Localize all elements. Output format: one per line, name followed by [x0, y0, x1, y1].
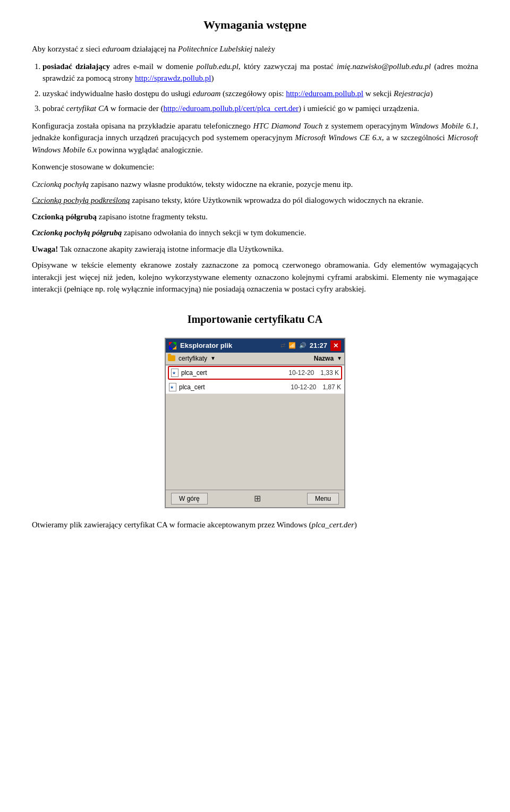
- elements-paragraph: Opisywane w tekście elementy ekranowe zo…: [32, 259, 478, 295]
- convention-warning: Uwaga! Tak oznaczone akapity zawierają i…: [32, 243, 478, 255]
- convention-italic-label: Czcionką pochyłą: [32, 180, 89, 189]
- intro-text: Aby korzystać z sieci: [32, 45, 102, 53]
- conventions-block: Czcionką pochyłą zapisano nazwy własne p…: [32, 178, 478, 255]
- sort-icon: ▼: [337, 354, 342, 362]
- file-icon-2: [169, 383, 176, 391]
- folder-icon: [168, 355, 175, 361]
- grid-icon: ⊞: [254, 492, 261, 505]
- file-date-2: 10-12-20: [291, 382, 316, 392]
- volume-icon: 🔊: [299, 341, 307, 350]
- intro-rest: działającej na: [130, 45, 178, 53]
- file-name-2: plca_cert: [179, 382, 291, 392]
- bottom-caption-italic: plca_cert.der: [311, 520, 354, 529]
- item2-text1: uzyskać indywidualne hasło dostępu do us…: [42, 89, 192, 98]
- config-italic3: Microsoft Windows CE 6.x: [295, 133, 381, 142]
- convention-warning-label: Uwaga!: [32, 245, 58, 253]
- item2-italic2: Rejestracja: [394, 89, 430, 98]
- file-size-2: 1,87 K: [322, 382, 341, 392]
- item1-italic1: pollub.edu.pl: [197, 62, 239, 71]
- titlebar-icons: ⇄ 📶 🔊 21:27 ✕: [280, 340, 341, 351]
- convention-bold-italic: Czcionką pochyłą półgrubą zapisano odwoł…: [32, 227, 478, 239]
- folder-toolbar: certyfikaty ▼ Nazwa ▼: [166, 353, 344, 365]
- antenna-icon: 📶: [288, 341, 296, 350]
- item2-link1[interactable]: http://eduroam.pollub.pl: [286, 89, 363, 98]
- item1-link1[interactable]: http://sprawdz.pollub.pl: [135, 74, 211, 82]
- phone-screen: Eksplorator plik ⇄ 📶 🔊 21:27 ✕ certyfika…: [165, 338, 345, 508]
- bottom-bar: W górę ⊞ Menu: [166, 490, 344, 507]
- windows-logo-icon: [169, 342, 176, 349]
- config-text1: Konfiguracja została opisana na przykład…: [32, 122, 253, 130]
- col-header-name: Nazwa: [314, 354, 334, 363]
- conventions-header: Konwencje stosowane w dokumencie:: [32, 161, 478, 173]
- config-text4: , a w szczególności: [382, 133, 448, 142]
- file-row-2[interactable]: plca_cert 10-12-20 1,87 K: [166, 381, 344, 394]
- list-item: posiadać działający adres e-mail w domen…: [42, 61, 478, 84]
- dropdown-arrow-icon: ▼: [210, 354, 216, 362]
- convention-bold: Czcionką półgrubą zapisano istotne fragm…: [32, 211, 478, 223]
- config-italic1: HTC Diamond Touch: [253, 122, 323, 130]
- import-title: Importowanie certyfikatu CA: [32, 311, 478, 327]
- convention-italic-underline: Czcionką pochyłą podkreśloną zapisano te…: [32, 194, 478, 207]
- file-size-1: 1,33 K: [320, 368, 339, 378]
- config-paragraph: Konfiguracja została opisana na przykład…: [32, 120, 478, 156]
- convention-italic-underline-rest: zapisano teksty, które Użytkownik wprowa…: [130, 196, 423, 204]
- screenshot-container: Eksplorator plik ⇄ 📶 🔊 21:27 ✕ certyfika…: [32, 338, 478, 508]
- file-row-highlighted[interactable]: plca_cert 10-12-20 1,33 K: [168, 366, 342, 380]
- item1-text1: adres e-mail w domenie: [110, 62, 197, 71]
- convention-bold-italic-label: Czcionką pochyłą półgrubą: [32, 228, 122, 237]
- file-icon-1: [171, 369, 178, 377]
- menu-button[interactable]: Menu: [307, 493, 339, 505]
- item3-text2: w formacie der (: [108, 104, 163, 113]
- close-button[interactable]: ✕: [330, 340, 341, 351]
- config-text2: z systemem operacyjnym: [322, 122, 410, 130]
- item2-italic1: eduroam: [192, 89, 220, 98]
- intro-italic2: Politechnice Lubelskiej: [178, 45, 252, 53]
- item2-text4: ): [430, 89, 432, 98]
- convention-bold-rest: zapisano istotne fragmenty tekstu.: [97, 212, 208, 221]
- convention-italic-underline-label: Czcionką pochyłą podkreśloną: [32, 196, 130, 204]
- item1-text2: , który zazwyczaj ma postać: [239, 62, 337, 71]
- item1-bold2: działający: [75, 62, 110, 71]
- item1-bold1: posiadać: [42, 62, 75, 71]
- intro-paragraph: Aby korzystać z sieci eduroam działające…: [32, 43, 478, 55]
- bottom-caption: Otwieramy plik zawierający certyfikat CA…: [32, 519, 478, 531]
- file-name-1: plca_cert: [181, 368, 288, 378]
- convention-warning-rest: Tak oznaczone akapity zawierają istotne …: [58, 245, 284, 253]
- file-list: plca_cert 10-12-20 1,33 K plca_cert 10-1…: [166, 366, 344, 394]
- item3-text3: ) i umieścić go w pamięci urządzenia.: [299, 104, 419, 113]
- config-text5: powinna wyglądać analogicznie.: [97, 146, 203, 154]
- up-button[interactable]: W górę: [171, 493, 208, 505]
- item3-italic1: certyfikat CA: [66, 104, 109, 113]
- item3-text1: pobrać: [42, 104, 66, 113]
- requirements-list: posiadać działający adres e-mail w domen…: [42, 61, 478, 115]
- item2-text3: w sekcji: [363, 89, 394, 98]
- list-item: pobrać certyfikat CA w formacie der (htt…: [42, 102, 478, 115]
- list-item: uzyskać indywidualne hasło dostępu do us…: [42, 88, 478, 100]
- folder-name: certyfikaty: [178, 354, 207, 363]
- config-italic2: Windows Mobile 6.1: [410, 122, 476, 130]
- convention-italic: Czcionką pochyłą zapisano nazwy własne p…: [32, 178, 478, 191]
- titlebar-title: Eksplorator plik: [180, 340, 232, 351]
- file-date-1: 10-12-20: [288, 368, 314, 378]
- intro-end: należy: [252, 45, 275, 53]
- page-title: Wymagania wstępne: [32, 16, 478, 33]
- titlebar: Eksplorator plik ⇄ 📶 🔊 21:27 ✕: [166, 339, 344, 353]
- item1-italic2: imię.nazwisko@pollub.edu.pl: [337, 62, 431, 71]
- item2-text2: (szczegółowy opis:: [220, 89, 286, 98]
- bottom-caption-text: Otwieramy plik zawierający certyfikat CA…: [32, 520, 311, 529]
- sync-icon: ⇄: [280, 341, 285, 350]
- time-display: 21:27: [310, 340, 327, 351]
- titlebar-left: Eksplorator plik: [169, 340, 232, 351]
- item3-link1[interactable]: http://eduroam.pollub.pl/cert/plca_cert.…: [163, 104, 299, 113]
- intro-italic: eduroam: [102, 45, 130, 53]
- convention-bold-label: Czcionką półgrubą: [32, 212, 97, 221]
- convention-bold-italic-rest: zapisano odwołania do innych sekcji w ty…: [122, 228, 306, 237]
- convention-italic-rest: zapisano nazwy własne produktów, teksty …: [89, 180, 353, 189]
- bottom-caption-end: ): [354, 520, 357, 529]
- item1-text4: ): [211, 74, 214, 82]
